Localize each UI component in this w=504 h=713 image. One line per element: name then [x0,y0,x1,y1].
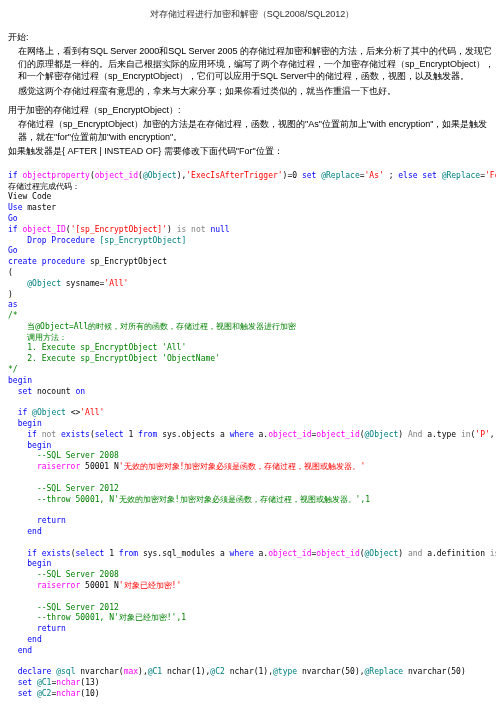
code-block: if objectproperty(object_id(@Object),'Ex… [8,160,496,713]
view-code: View Code [8,192,51,201]
section2-header: 用于加密的存储过程（sp_EncryptObject）: [8,104,496,117]
section1-p1: 在网络上，看到有SQL Server 2000和SQL Server 2005 … [18,45,496,83]
section2-p2: 如果触发器是{ AFTER | INSTEAD OF} 需要修改下面代码"For… [8,145,496,158]
section1-header: 开始: [8,31,496,44]
comment-sp-code: 存储过程完成代码： [8,182,80,191]
section2-p1: 存储过程（sp_EncryptObject）加密的方法是在存储过程，函数，视图的… [18,118,496,143]
section1-p2: 感觉这两个存储过程蛮有意思的，拿来与大家分享；如果你看过类似的，就当作重温一下也… [18,85,496,98]
page-title: 对存储过程进行加密和解密（SQL2008/SQL2012） [8,8,496,21]
